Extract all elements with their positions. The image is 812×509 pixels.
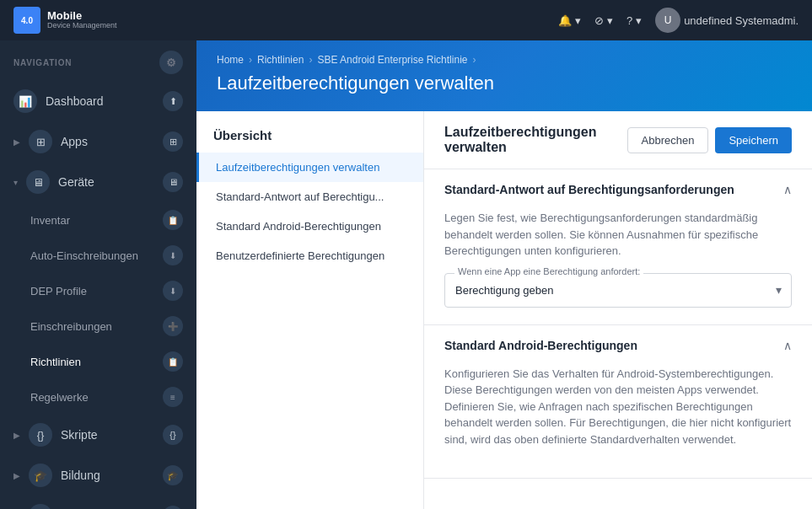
- nav-settings-icon[interactable]: ⚙: [159, 51, 183, 74]
- sidebar: NAVIGATION ⚙ 📊 Dashboard ⬆ ▶ ⊞ Apps ⊞ ▾ …: [0, 40, 196, 509]
- breadcrumb-sep2: ›: [309, 54, 312, 66]
- skripte-chevron: ▶: [13, 431, 20, 440]
- section-standard-android: Standard Android-Berechtigungen ∧ Konfig…: [424, 325, 812, 480]
- einschreibungen-label: Einschreibungen: [30, 320, 112, 333]
- benutzer-icon: 👥: [29, 504, 52, 509]
- user-label: undefined Systemadmi.: [684, 14, 799, 27]
- skripte-action-icon: {}: [163, 425, 183, 445]
- sidebar-item-richtlinien[interactable]: Richtlinien 📋: [0, 344, 196, 379]
- form-header: Laufzeitberechtigungen verwalten Abbrech…: [424, 111, 812, 169]
- breadcrumb-sbe[interactable]: SBE Android Enterprise Richtlinie: [317, 54, 467, 66]
- section-standard-android-header[interactable]: Standard Android-Berechtigungen ∧: [424, 325, 812, 366]
- geraete-action-icon: 🖥: [163, 172, 183, 192]
- logo-icon: 4.0: [13, 7, 40, 34]
- sidebar-item-label: Skripte: [61, 428, 98, 442]
- help-icon: ?: [626, 14, 632, 27]
- auto-einschreibungen-label: Auto-Einschreibungen: [30, 249, 138, 262]
- top-header: 4.0 Mobile Device Management 🔔 ▾ ⊘ ▾ ? ▾…: [0, 0, 812, 40]
- geraete-chevron: ▾: [13, 178, 18, 187]
- avatar: U: [655, 8, 680, 33]
- content-main: Laufzeitberechtigungen verwalten Abbrech…: [424, 111, 812, 509]
- sidebar-item-bildung[interactable]: ▶ 🎓 Bildung 🎓: [0, 455, 196, 496]
- save-button[interactable]: Speichern: [715, 127, 792, 153]
- sidebar-item-geraete[interactable]: ▾ 🖥 Geräte 🖥: [0, 162, 196, 202]
- section-standard-android-body: Konfigurieren Sie das Verhalten für Andr…: [424, 366, 812, 479]
- chevron-down-icon: ▾: [636, 14, 642, 27]
- chevron-down-icon: ▾: [607, 14, 613, 27]
- content-nav-item-standard-android[interactable]: Standard Android-Berechtigungen: [196, 212, 423, 241]
- content-nav-item-benutzerdefiniert[interactable]: Benutzerdefinierte Berechtigungen: [196, 241, 423, 271]
- sidebar-item-dep-profile[interactable]: DEP Profile ⬇: [0, 273, 196, 308]
- main-layout: NAVIGATION ⚙ 📊 Dashboard ⬆ ▶ ⊞ Apps ⊞ ▾ …: [0, 40, 812, 509]
- skripte-icon: {}: [29, 423, 52, 447]
- content-body: Übersicht Laufzeitberechtigungen verwalt…: [196, 111, 812, 509]
- breadcrumb-sep1: ›: [249, 54, 252, 66]
- content-area: Home › Richtlinien › SBE Android Enterpr…: [196, 40, 812, 509]
- inventar-icon: 📋: [163, 210, 183, 230]
- dep-profile-icon: ⬇: [163, 281, 183, 301]
- chevron-down-icon: ▾: [575, 14, 581, 27]
- sidebar-item-label: Geräte: [58, 175, 94, 189]
- breadcrumb-sep3: ›: [472, 54, 476, 66]
- breadcrumb-richtlinien[interactable]: Richtlinien: [257, 54, 304, 66]
- help-button[interactable]: ? ▾: [626, 14, 642, 27]
- sidebar-item-skripte[interactable]: ▶ {} Skripte {}: [0, 415, 196, 455]
- sidebar-item-regelwerke[interactable]: Regelwerke ≡: [0, 379, 196, 415]
- berechtigung-field: Wenn eine App eine Berechtigung anforder…: [444, 273, 792, 308]
- form-title: Laufzeitberechtigungen verwalten: [444, 125, 596, 155]
- dashboard-action-icon: ⬆: [163, 91, 183, 111]
- sidebar-item-auto-einschreibungen[interactable]: Auto-Einschreibungen ⬇: [0, 238, 196, 273]
- richtlinien-label: Richtlinien: [30, 356, 81, 368]
- sidebar-item-inventar[interactable]: Inventar 📋: [0, 202, 196, 238]
- breadcrumb: Home › Richtlinien › SBE Android Enterpr…: [217, 54, 792, 66]
- section-standard-antwort-title: Standard-Antwort auf Berechtigungsanford…: [444, 183, 734, 196]
- content-nav-item-standard-antwort[interactable]: Standard-Antwort auf Berechtigu...: [196, 182, 423, 212]
- section-standard-antwort: Standard-Antwort auf Berechtigungsanford…: [424, 169, 812, 325]
- regelwerke-label: Regelwerke: [30, 391, 89, 404]
- einschreibungen-icon: ➕: [163, 316, 183, 336]
- section-standard-android-desc: Konfigurieren Sie das Verhalten für Andr…: [444, 366, 792, 448]
- richtlinien-icon: 📋: [163, 351, 183, 372]
- support-button[interactable]: ⊘ ▾: [594, 14, 613, 27]
- collapse-icon-2: ∧: [783, 339, 792, 352]
- dashboard-icon: 📊: [13, 89, 37, 113]
- content-header: Home › Richtlinien › SBE Android Enterpr…: [196, 40, 812, 111]
- notifications-button[interactable]: 🔔 ▾: [558, 14, 581, 27]
- logo-text: Mobile Device Management: [47, 10, 117, 30]
- header-actions: 🔔 ▾ ⊘ ▾ ? ▾ U undefined Systemadmi.: [558, 8, 799, 33]
- sidebar-item-einschreibungen[interactable]: Einschreibungen ➕: [0, 308, 196, 344]
- logo-area: 4.0 Mobile Device Management: [13, 7, 117, 34]
- cancel-button[interactable]: Abbrechen: [627, 127, 709, 153]
- section-standard-antwort-desc: Legen Sie fest, wie Berechtigungsanforde…: [444, 210, 792, 260]
- section-standard-antwort-body: Legen Sie fest, wie Berechtigungsanforde…: [424, 210, 812, 324]
- user-menu[interactable]: U undefined Systemadmi.: [655, 8, 799, 33]
- dep-profile-label: DEP Profile: [30, 285, 87, 297]
- apps-chevron: ▶: [13, 137, 20, 147]
- content-sidebar-title: Übersicht: [196, 128, 423, 153]
- auto-einschreibungen-icon: ⬇: [163, 245, 183, 265]
- apps-icon: ⊞: [29, 130, 52, 153]
- content-sidebar: Übersicht Laufzeitberechtigungen verwalt…: [196, 111, 424, 509]
- sidebar-item-apps[interactable]: ▶ ⊞ Apps ⊞: [0, 121, 196, 162]
- form-actions: Abbrechen Speichern: [627, 127, 792, 153]
- sidebar-item-dashboard[interactable]: 📊 Dashboard ⬆: [0, 81, 196, 121]
- berechtigung-select[interactable]: Berechtigung geben: [444, 273, 792, 308]
- bell-icon: 🔔: [558, 14, 572, 27]
- sidebar-item-label: Apps: [61, 135, 88, 148]
- section-standard-antwort-header[interactable]: Standard-Antwort auf Berechtigungsanford…: [424, 169, 812, 210]
- collapse-icon: ∧: [783, 183, 792, 196]
- content-nav-item-laufzeit[interactable]: Laufzeitberechtigungen verwalten: [196, 153, 423, 182]
- sidebar-item-label: Dashboard: [46, 94, 104, 108]
- nav-label: NAVIGATION ⚙: [0, 40, 196, 81]
- section-standard-android-title: Standard Android-Berechtigungen: [444, 339, 637, 352]
- bildung-action-icon: 🎓: [163, 465, 183, 485]
- breadcrumb-home[interactable]: Home: [217, 54, 244, 66]
- bildung-chevron: ▶: [13, 471, 20, 480]
- sidebar-item-benutzer[interactable]: ▶ 👥 Benutzer 👥: [0, 496, 196, 509]
- regelwerke-icon: ≡: [163, 387, 183, 407]
- inventar-label: Inventar: [30, 214, 70, 227]
- berechtigung-field-label: Wenn eine App eine Berechtigung anforder…: [454, 266, 643, 276]
- page-title: Laufzeitberechtigungen verwalten: [217, 72, 792, 94]
- support-icon: ⊘: [594, 14, 604, 27]
- benutzer-action-icon: 👥: [163, 506, 183, 509]
